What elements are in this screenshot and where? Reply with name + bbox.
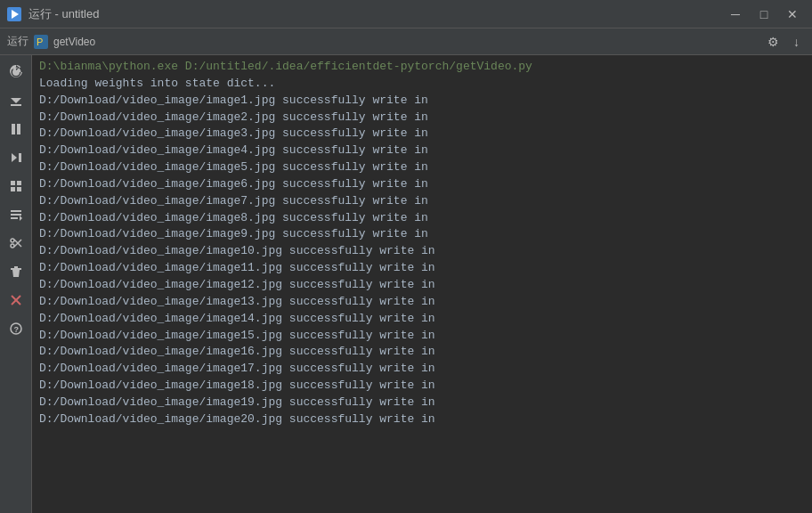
svg-rect-4 bbox=[11, 104, 21, 106]
console-line-17: D:/Download/video_image/image15.jpg succ… bbox=[32, 328, 812, 345]
console-line-15: D:/Download/video_image/image13.jpg succ… bbox=[32, 294, 812, 311]
console-output[interactable]: D:\bianma\python.exe D:/untitled/.idea/e… bbox=[32, 55, 812, 513]
sidebar: ? bbox=[0, 55, 32, 513]
svg-rect-5 bbox=[12, 124, 15, 134]
output-button[interactable] bbox=[3, 201, 29, 228]
console-line-1: D:\bianma\python.exe D:/untitled/.idea/e… bbox=[32, 59, 812, 76]
console-line-5: D:/Download/video_image/image3.jpg succe… bbox=[32, 126, 812, 142]
settings-button[interactable]: ⚙ bbox=[762, 33, 784, 51]
svg-point-16 bbox=[11, 239, 14, 242]
close-button[interactable]: ✕ bbox=[780, 5, 805, 23]
rerun-button[interactable] bbox=[3, 59, 29, 86]
console-line-11: D:/Download/video_image/image9.jpg succe… bbox=[32, 226, 812, 243]
console-line-21: D:/Download/video_image/image19.jpg succ… bbox=[32, 395, 812, 411]
console-line-9: D:/Download/video_image/image7.jpg succe… bbox=[32, 193, 812, 210]
title-bar-left: 运行 - untitled bbox=[7, 6, 99, 22]
run-bar: 运行 P getVideo ⚙ ↓ bbox=[0, 28, 812, 55]
console-line-13: D:/Download/video_image/image11.jpg succ… bbox=[32, 260, 812, 277]
console-line-20: D:/Download/video_image/image18.jpg succ… bbox=[32, 378, 812, 395]
console-line-4: D:/Download/video_image/image2.jpg succe… bbox=[32, 110, 812, 126]
maximize-button[interactable]: □ bbox=[751, 5, 776, 23]
scroll-to-bottom-button[interactable] bbox=[3, 87, 29, 114]
console-line-12: D:/Download/video_image/image10.jpg succ… bbox=[32, 243, 812, 260]
run-label: 运行 bbox=[7, 34, 28, 49]
svg-rect-7 bbox=[19, 153, 21, 162]
scroll-down-button[interactable]: ↓ bbox=[788, 33, 805, 51]
svg-text:?: ? bbox=[13, 325, 19, 334]
python-icon: P bbox=[34, 35, 48, 49]
delete-button[interactable] bbox=[3, 258, 29, 285]
console-line-19: D:/Download/video_image/image17.jpg succ… bbox=[32, 361, 812, 378]
console-line-8: D:/Download/video_image/image6.jpg succe… bbox=[32, 176, 812, 193]
svg-rect-12 bbox=[11, 210, 21, 212]
console-line-14: D:/Download/video_image/image12.jpg succ… bbox=[32, 277, 812, 294]
help-button[interactable]: ? bbox=[3, 315, 29, 342]
scissors-button[interactable] bbox=[3, 230, 29, 256]
svg-marker-15 bbox=[20, 216, 22, 221]
console-line-22: D:/Download/video_image/image20.jpg succ… bbox=[32, 411, 812, 428]
svg-rect-14 bbox=[11, 217, 18, 219]
svg-rect-8 bbox=[11, 181, 15, 185]
console-line-6: D:/Download/video_image/image4.jpg succe… bbox=[32, 142, 812, 159]
svg-rect-9 bbox=[17, 181, 21, 185]
svg-rect-6 bbox=[17, 124, 20, 134]
svg-point-17 bbox=[11, 244, 14, 248]
run-bar-controls: ⚙ ↓ bbox=[762, 33, 805, 51]
svg-rect-13 bbox=[11, 214, 21, 216]
title-bar: 运行 - untitled ─ □ ✕ bbox=[0, 0, 812, 28]
console-line-3: D:/Download/video_image/image1.jpg succe… bbox=[32, 93, 812, 110]
svg-rect-11 bbox=[17, 187, 21, 191]
app-icon bbox=[7, 7, 21, 21]
svg-rect-10 bbox=[11, 187, 15, 191]
title-bar-text: 运行 - untitled bbox=[28, 6, 99, 22]
close-run-button[interactable] bbox=[3, 287, 29, 314]
run-text: 运行 bbox=[7, 34, 28, 49]
console-line-18: D:/Download/video_image/image16.jpg succ… bbox=[32, 344, 812, 361]
main-layout: ? D:\bianma\python.exe D:/untitled/.idea… bbox=[0, 55, 812, 513]
minimize-button[interactable]: ─ bbox=[723, 5, 748, 23]
pause-button[interactable] bbox=[3, 116, 29, 142]
svg-rect-20 bbox=[11, 268, 21, 270]
console-line-16: D:/Download/video_image/image14.jpg succ… bbox=[32, 311, 812, 328]
run-bar-title: getVideo bbox=[53, 36, 95, 48]
svg-text:P: P bbox=[37, 37, 43, 47]
console-line-10: D:/Download/video_image/image8.jpg succe… bbox=[32, 210, 812, 227]
svg-rect-21 bbox=[14, 266, 18, 268]
view-button[interactable] bbox=[3, 173, 29, 200]
step-button[interactable] bbox=[3, 144, 29, 171]
console-line-7: D:/Download/video_image/image5.jpg succe… bbox=[32, 159, 812, 176]
console-line-2: Loading weights into state dict... bbox=[32, 76, 812, 93]
title-bar-controls: ─ □ ✕ bbox=[723, 5, 805, 23]
